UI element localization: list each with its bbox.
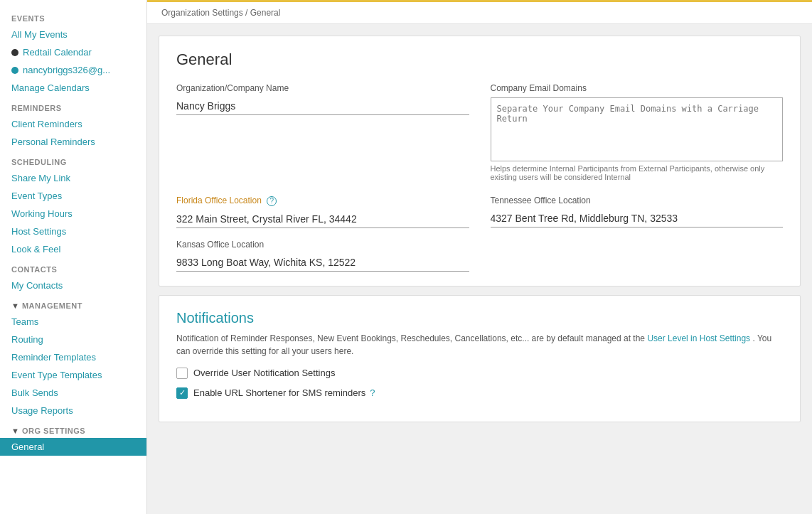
sidebar-item-teams[interactable]: Teams [0, 313, 146, 331]
sidebar-item-label: Event Types [11, 191, 62, 201]
collapse-icon: ▼ [11, 301, 19, 310]
florida-location-group: Florida Office Location ? [176, 196, 469, 228]
collapse-icon: ▼ [11, 427, 19, 435]
florida-help-icon[interactable]: ? [267, 196, 277, 206]
sidebar-item-all-my-events[interactable]: All My Events [0, 26, 146, 43]
sidebar-item-working-hours[interactable]: Working Hours [0, 205, 146, 223]
sidebar-item-manage-calendars[interactable]: Manage Calendars [0, 79, 146, 97]
sidebar-item-label: Personal Reminders [11, 136, 95, 147]
sidebar-item-usage-reports[interactable]: Usage Reports [0, 402, 146, 419]
sidebar-item-share-my-link[interactable]: Share My Link [0, 169, 146, 187]
sidebar-item-label: Host Settings [11, 226, 66, 237]
tennessee-location-input[interactable] [491, 210, 784, 227]
host-settings-link[interactable]: User Level in Host Settings [647, 333, 752, 343]
sidebar-item-general[interactable]: General [0, 438, 146, 456]
override-label: Override User Notification Settings [193, 368, 335, 378]
florida-location-input[interactable] [176, 210, 469, 228]
nancy-calendar-dot [11, 67, 18, 74]
sidebar-item-personal-reminders[interactable]: Personal Reminders [0, 133, 146, 151]
sidebar-item-label: nancybriggs326@g... [23, 65, 110, 75]
sidebar-section-events: EVENTS [0, 7, 146, 26]
sidebar-section-reminders: REMINDERS [0, 97, 146, 115]
kansas-location-input[interactable] [176, 254, 469, 272]
sidebar-item-host-settings[interactable]: Host Settings [0, 223, 146, 240]
sidebar-item-label: Client Reminders [11, 119, 82, 129]
email-domains-label: Company Email Domains [491, 83, 784, 93]
sidebar-item-label: Working Hours [11, 208, 73, 219]
sidebar-item-routing[interactable]: Routing [0, 331, 146, 348]
sidebar-item-label: All My Events [11, 29, 68, 40]
org-name-label: Organization/Company Name [176, 83, 469, 93]
sidebar-item-label: Manage Calendars [11, 82, 90, 93]
sms-checkbox[interactable] [176, 387, 188, 399]
sidebar-item-event-type-templates[interactable]: Event Type Templates [0, 366, 146, 384]
email-domains-group: Company Email Domains Helps determine In… [491, 83, 784, 181]
sidebar-item-label: Usage Reports [11, 405, 73, 416]
sidebar-item-my-contacts[interactable]: My Contacts [0, 277, 146, 294]
sidebar-item-label: Teams [11, 316, 38, 327]
main-content: Organization Settings / General General … [147, 0, 812, 514]
kansas-location-group: Kansas Office Location [176, 240, 469, 272]
override-checkbox[interactable] [176, 368, 188, 379]
sidebar-item-event-types[interactable]: Event Types [0, 187, 146, 205]
sms-help-icon[interactable]: ? [370, 387, 375, 398]
sidebar-item-label: Reminder Templates [11, 352, 96, 363]
sidebar-item-nancy-calendar[interactable]: nancybriggs326@g... [0, 61, 146, 79]
sms-shortener-row: Enable URL Shortener for SMS reminders ? [176, 387, 783, 399]
sidebar-item-label: General [11, 441, 44, 452]
sidebar-item-redtail-calendar[interactable]: Redtail Calendar [0, 43, 146, 61]
sidebar-section-management: ▼ MANAGEMENT [0, 294, 146, 313]
notifications-description: Notification of Reminder Responses, New … [176, 332, 783, 358]
general-card: General Organization/Company Name Compan… [159, 36, 801, 287]
tennessee-location-group: Tennessee Office Location [491, 196, 784, 228]
sidebar-section-scheduling: SCHEDULING [0, 151, 146, 169]
org-name-input[interactable] [176, 97, 469, 115]
kansas-location-label: Kansas Office Location [176, 240, 469, 250]
sidebar-item-look-feel[interactable]: Look & Feel [0, 240, 146, 258]
email-domains-helper: Helps determine Internal Participants fr… [491, 164, 784, 181]
sidebar-item-label: Routing [11, 334, 43, 345]
sidebar-item-label: Event Type Templates [11, 370, 102, 380]
florida-location-label: Florida Office Location ? [176, 196, 469, 206]
sidebar-section-contacts: CONTACTS [0, 258, 146, 277]
sidebar-item-label: Bulk Sends [11, 387, 58, 398]
sidebar-item-reminder-templates[interactable]: Reminder Templates [0, 348, 146, 366]
sidebar-item-client-reminders[interactable]: Client Reminders [0, 115, 146, 133]
org-name-group: Organization/Company Name [176, 83, 469, 181]
sidebar-item-label: Look & Feel [11, 244, 60, 255]
sidebar: EVENTS All My Events Redtail Calendar na… [0, 0, 147, 514]
tennessee-location-label: Tennessee Office Location [491, 196, 784, 205]
general-title: General [176, 50, 783, 69]
sidebar-item-label: My Contacts [11, 280, 63, 291]
sidebar-item-label: Share My Link [11, 173, 70, 183]
sidebar-item-label: Redtail Calendar [23, 47, 92, 58]
notifications-title: Notifications [176, 310, 783, 326]
sms-label: Enable URL Shortener for SMS reminders [193, 387, 365, 398]
sidebar-section-org-settings: ▼ ORG SETTINGS [0, 419, 146, 438]
breadcrumb: Organization Settings / General [147, 2, 812, 24]
email-domains-textarea[interactable] [491, 97, 784, 161]
override-notification-row: Override User Notification Settings [176, 368, 783, 379]
notifications-card: Notifications Notification of Reminder R… [159, 295, 801, 422]
sidebar-item-bulk-sends[interactable]: Bulk Sends [0, 384, 146, 402]
redtail-calendar-dot [11, 49, 18, 56]
